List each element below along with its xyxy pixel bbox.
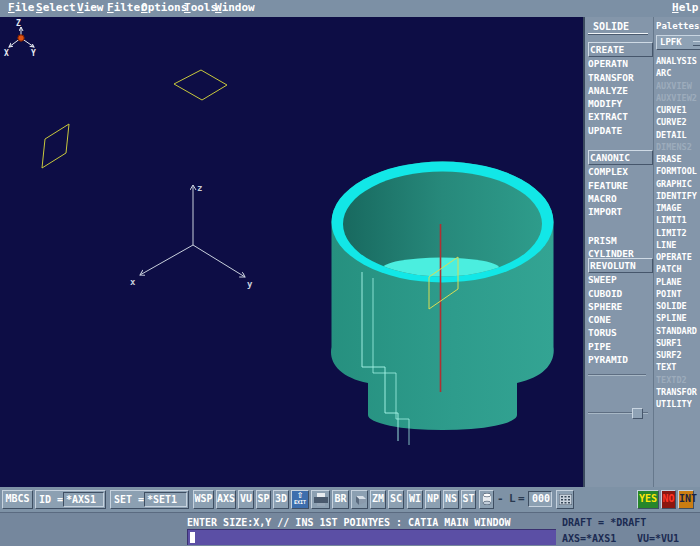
solide-item-prism[interactable]: PRISM [588,234,650,247]
palette-item-point[interactable]: POINT [656,288,700,300]
id-value-field[interactable]: *AXS1 [63,492,104,507]
command-input[interactable] [187,529,556,545]
st-button[interactable]: ST [461,490,476,509]
draft-status: DRAFT = *DRAFT [562,517,646,528]
3d-button[interactable]: 3D [273,490,289,509]
palette-item-patch[interactable]: PATCH [656,263,700,275]
palette-item-graphic[interactable]: GRAPHIC [656,178,700,190]
palette-item-image[interactable]: IMAGE [656,202,700,214]
br-button[interactable]: BR [332,490,349,509]
counter-field[interactable]: 000 [528,491,552,507]
palette-item-surf2[interactable]: SURF2 [656,349,700,361]
solide-item-pyramid[interactable]: PYRAMID [588,353,650,366]
palette-item-curve2[interactable]: CURVE2 [656,116,700,128]
solide-item-sweep[interactable]: SWEEP [588,273,650,286]
palette-item-auxview2: AUXVIEW2 [656,92,700,104]
palette-item-operate[interactable]: OPERATE [656,251,700,263]
solide-item-create[interactable]: CREATE [588,42,653,57]
menu-select[interactable]: Select [36,1,76,14]
sp-button[interactable]: SP [256,490,271,509]
package-button[interactable] [351,490,368,509]
mini-axis-label-y: Y [31,49,36,58]
solide-item-extract[interactable]: EXTRACT [588,110,650,123]
menu-file[interactable]: File [8,1,35,14]
mini-axis-label-z: Z [16,19,21,28]
menu-tools[interactable]: Tools [184,1,217,14]
menu-help[interactable]: Help [672,1,699,14]
print-button[interactable] [311,490,330,509]
revolve-solid[interactable] [331,162,554,446]
palette-item-solide[interactable]: SOLIDE [656,300,700,312]
keypad-button[interactable] [556,490,574,509]
solide-item-feature[interactable]: FEATURE [588,179,650,192]
axs-button[interactable]: AXS [216,490,236,509]
solide-item-update[interactable]: UPDATE [588,124,650,137]
exit-button[interactable]: ⇧ EXIT [291,490,309,509]
window-status: YES : CATIA MAIN WINDOW [372,517,510,528]
id-group: ID = *AXS1 [35,490,106,509]
viewport-canvas[interactable]: Z X Y z x y [0,17,583,487]
palette-item-text[interactable]: TEXT [656,361,700,373]
solide-item-analyze[interactable]: ANALYZE [588,84,650,97]
option-menu-indicator-icon [693,41,700,46]
palette-item-plane[interactable]: PLANE [656,276,700,288]
origin-point [18,35,24,41]
set-value-field[interactable]: *SET1 [144,492,187,507]
zm-button[interactable]: ZM [370,490,386,509]
palette-item-arc[interactable]: ARC [656,67,700,79]
palette-item-analysis[interactable]: ANALYSIS [656,55,700,67]
menu-view[interactable]: View [77,1,104,14]
palette-item-limit1[interactable]: LIMIT1 [656,214,700,226]
sc-button[interactable]: SC [388,490,404,509]
palette-item-limit2[interactable]: LIMIT2 [656,227,700,239]
palette-item-standard[interactable]: STANDARD [656,325,700,337]
l-label: L [509,492,516,505]
solide-scrollbar-thumb[interactable] [632,408,643,419]
mbcs-button[interactable]: MBCS [2,490,33,509]
menu-options[interactable]: Options [141,1,187,14]
np-button[interactable]: NP [425,490,441,509]
viewport-svg: Z X Y z x y [0,17,583,487]
palette-item-formtool[interactable]: FORMTOOL [656,165,700,177]
wsp-button[interactable]: WSP [193,490,214,509]
solide-item-cone[interactable]: CONE [588,313,650,326]
solide-item-operatn[interactable]: OPERATN [588,57,650,70]
palette-item-erase[interactable]: ERASE [656,153,700,165]
solide-title-underline [588,33,648,35]
wireframe-plane-2[interactable] [42,124,69,168]
palette-item-identify[interactable]: IDENTIFY [656,190,700,202]
yes-button[interactable]: YES [637,490,659,509]
solide-item-import[interactable]: IMPORT [588,205,650,218]
palette-item-utility[interactable]: UTILITY [656,398,700,410]
solide-item-transfor[interactable]: TRANSFOR [588,71,650,84]
palette-dropdown[interactable]: LPFK [656,35,700,50]
cylinder-tool-button[interactable] [479,490,494,509]
menu-bar: File Select View Filter Options Tools Wi… [0,0,700,17]
vu-button[interactable]: VU [238,490,254,509]
axs-status: AXS=*AXS1 [562,533,616,544]
palette-item-curve1[interactable]: CURVE1 [656,104,700,116]
wireframe-plane-1[interactable] [174,70,227,100]
menu-window[interactable]: Window [215,1,255,14]
palette-item-surf1[interactable]: SURF1 [656,337,700,349]
solide-item-macro[interactable]: MACRO [588,192,650,205]
solide-item-modify[interactable]: MODIFY [588,97,650,110]
int-button[interactable]: INT [678,490,694,509]
palette-item-detail[interactable]: DETAIL [656,129,700,141]
solide-item-torus[interactable]: TORUS [588,326,650,339]
ns-button[interactable]: NS [443,490,459,509]
solide-item-sphere[interactable]: SPHERE [588,300,650,313]
main-axis-label-z: z [197,183,202,193]
palette-item-spline[interactable]: SPLINE [656,312,700,324]
solide-item-canonic[interactable]: CANONIC [588,150,653,165]
solide-item-pipe[interactable]: PIPE [588,340,650,353]
solide-item-cuboid[interactable]: CUBOID [588,287,650,300]
palette-item-transfor[interactable]: TRANSFOR [656,386,700,398]
no-button[interactable]: NO [661,490,676,509]
wi-button[interactable]: WI [407,490,423,509]
solide-item-complex[interactable]: COMPLEX [588,165,650,178]
palette-item-line[interactable]: LINE [656,239,700,251]
set-group: SET = *SET1 [110,490,189,509]
solide-item-revolutn[interactable]: REVOLUTN [588,258,653,273]
set-label: SET = [114,492,144,507]
